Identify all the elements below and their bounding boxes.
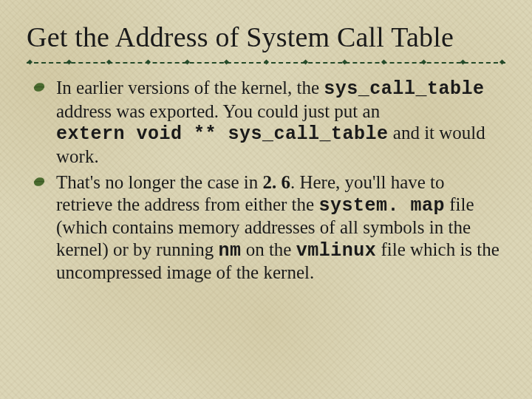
title-divider bbox=[27, 58, 505, 66]
divider-dots bbox=[27, 61, 505, 64]
list-item: That's no longer the case in 2. 6. Here,… bbox=[56, 171, 502, 284]
list-item: In earlier versions of the kernel, the s… bbox=[56, 77, 502, 167]
leaf-bullet-icon bbox=[33, 81, 46, 94]
bullet-list: In earlier versions of the kernel, the s… bbox=[27, 77, 505, 284]
bullet-text: That's no longer the case in 2. 6. Here,… bbox=[56, 172, 499, 282]
bullet-text: In earlier versions of the kernel, the s… bbox=[56, 78, 485, 166]
slide-title: Get the Address of System Call Table bbox=[27, 21, 505, 53]
leaf-bullet-icon bbox=[33, 175, 46, 188]
